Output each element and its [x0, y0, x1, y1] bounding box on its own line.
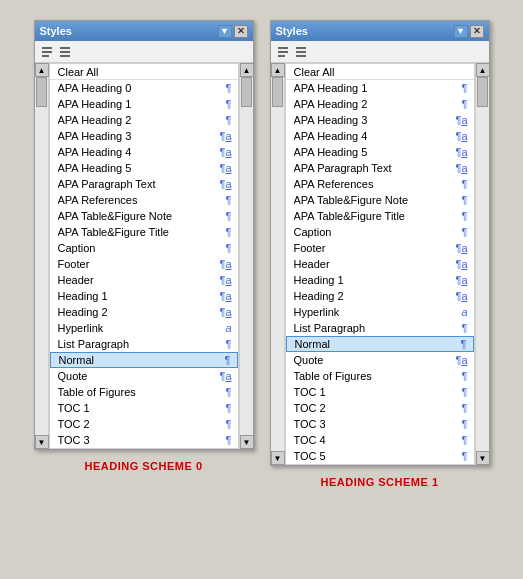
style-type-icon: ¶ [455, 338, 467, 350]
list-item[interactable]: Heading 1¶a [50, 288, 238, 304]
list-item[interactable]: Table of Figures¶ [286, 368, 474, 384]
list-item[interactable]: Heading 2¶a [286, 288, 474, 304]
list-item[interactable]: Clear All [286, 64, 474, 80]
list-item[interactable]: TOC 5¶ [286, 448, 474, 464]
list-item[interactable]: APA Heading 1¶ [286, 80, 474, 96]
scroll-up-left-1[interactable]: ▲ [271, 63, 285, 77]
list-item[interactable]: Footer¶a [286, 240, 474, 256]
list-item[interactable]: TOC 3¶ [286, 416, 474, 432]
dropdown-button-1[interactable]: ▼ [454, 25, 468, 38]
scroll-thumb-0 [241, 77, 252, 107]
style-type-icon: ¶a [455, 162, 467, 174]
style-type-icon: ¶ [456, 210, 468, 222]
list-item[interactable]: APA Table&Figure Title¶ [286, 208, 474, 224]
list-item[interactable]: TOC 4¶ [286, 432, 474, 448]
scroll-down-1[interactable]: ▼ [476, 451, 490, 465]
list-item[interactable]: Header¶a [50, 272, 238, 288]
list-item[interactable]: TOC 3¶ [50, 432, 238, 448]
list-item[interactable]: APA References¶ [286, 176, 474, 192]
style-name-label: TOC 1 [294, 386, 452, 398]
style-type-icon: ¶a [219, 306, 231, 318]
scroll-up-0[interactable]: ▲ [240, 63, 254, 77]
list-item[interactable]: APA Heading 4¶a [286, 128, 474, 144]
list-item[interactable]: APA Heading 3¶a [50, 128, 238, 144]
style-type-icon: ¶ [220, 194, 232, 206]
list-item[interactable]: APA Heading 2¶ [50, 112, 238, 128]
scroll-down-left-0[interactable]: ▼ [35, 435, 49, 449]
panel-1-content: Clear AllAPA Heading 1¶APA Heading 2¶APA… [285, 63, 475, 465]
svg-rect-5 [60, 55, 70, 57]
dropdown-button-0[interactable]: ▼ [218, 25, 232, 38]
list-item[interactable]: APA Paragraph Text¶a [286, 160, 474, 176]
style-type-icon: ¶ [456, 194, 468, 206]
style-name-label: Clear All [294, 66, 468, 78]
svg-rect-0 [42, 47, 52, 49]
style-name-label: TOC 4 [294, 434, 452, 446]
list-item[interactable]: Normal¶ [286, 336, 474, 352]
toolbar-icon-0a[interactable] [39, 44, 55, 60]
style-name-label: Hyperlink [294, 306, 452, 318]
list-item[interactable]: Caption¶ [50, 240, 238, 256]
style-name-label: Normal [59, 354, 215, 366]
list-item[interactable]: Footer¶a [50, 256, 238, 272]
style-name-label: APA Heading 2 [294, 98, 452, 110]
style-type-icon: a [220, 322, 232, 334]
scroll-down-left-1[interactable]: ▼ [271, 451, 285, 465]
list-item[interactable]: Heading 2¶a [50, 304, 238, 320]
list-item[interactable]: List Paragraph¶ [50, 336, 238, 352]
scroll-up-left-0[interactable]: ▲ [35, 63, 49, 77]
svg-rect-10 [296, 51, 306, 53]
list-item[interactable]: Hyperlinka [50, 320, 238, 336]
close-button-0[interactable]: ✕ [234, 25, 248, 38]
list-item[interactable]: APA Table&Figure Note¶ [50, 208, 238, 224]
list-item[interactable]: Header¶a [286, 256, 474, 272]
list-item[interactable]: Clear All [50, 64, 238, 80]
style-type-icon: ¶a [219, 258, 231, 270]
style-name-label: TOC 2 [58, 418, 216, 430]
style-type-icon: ¶ [456, 418, 468, 430]
list-item[interactable]: List Paragraph¶ [286, 320, 474, 336]
panel-0-title: Styles [40, 25, 72, 37]
scroll-track-1 [476, 77, 489, 451]
list-item[interactable]: APA Heading 1¶ [50, 96, 238, 112]
style-type-icon: a [456, 306, 468, 318]
list-item[interactable]: TOC 1¶ [50, 400, 238, 416]
styles-list-1-container: Clear AllAPA Heading 1¶APA Heading 2¶APA… [285, 63, 475, 465]
style-type-icon: ¶ [220, 226, 232, 238]
list-item[interactable]: APA Heading 4¶a [50, 144, 238, 160]
list-item[interactable]: Quote¶a [286, 352, 474, 368]
panel-0-body: ▲ ▼ Clear AllAPA Heading 0¶APA Heading 1… [35, 63, 253, 449]
close-button-1[interactable]: ✕ [470, 25, 484, 38]
list-item[interactable]: APA Heading 5¶a [50, 160, 238, 176]
toolbar-icon-1a[interactable] [275, 44, 291, 60]
style-type-icon: ¶ [220, 402, 232, 414]
list-item[interactable]: Caption¶ [286, 224, 474, 240]
style-name-label: APA Table&Figure Title [58, 226, 216, 238]
style-type-icon: ¶ [220, 338, 232, 350]
style-name-label: APA Heading 3 [294, 114, 452, 126]
list-item[interactable]: Hyperlinka [286, 304, 474, 320]
list-item[interactable]: APA Table&Figure Note¶ [286, 192, 474, 208]
svg-rect-11 [296, 55, 306, 57]
list-item[interactable]: Normal¶ [50, 352, 238, 368]
list-item[interactable]: APA References¶ [50, 192, 238, 208]
list-item[interactable]: APA Heading 3¶a [286, 112, 474, 128]
style-type-icon: ¶ [456, 82, 468, 94]
panel-1-title: Styles [276, 25, 308, 37]
toolbar-icon-1b[interactable] [293, 44, 309, 60]
toolbar-icon-0b[interactable] [57, 44, 73, 60]
list-item[interactable]: APA Heading 2¶ [286, 96, 474, 112]
list-item[interactable]: APA Heading 0¶ [50, 80, 238, 96]
list-item[interactable]: TOC 2¶ [286, 400, 474, 416]
list-item[interactable]: APA Paragraph Text¶a [50, 176, 238, 192]
titlebar-1-buttons: ▼ ✕ [454, 25, 484, 38]
scroll-down-0[interactable]: ▼ [240, 435, 254, 449]
list-item[interactable]: APA Table&Figure Title¶ [50, 224, 238, 240]
list-item[interactable]: Table of Figures¶ [50, 384, 238, 400]
scroll-up-1[interactable]: ▲ [476, 63, 490, 77]
list-item[interactable]: APA Heading 5¶a [286, 144, 474, 160]
list-item[interactable]: Quote¶a [50, 368, 238, 384]
list-item[interactable]: Heading 1¶a [286, 272, 474, 288]
list-item[interactable]: TOC 1¶ [286, 384, 474, 400]
list-item[interactable]: TOC 2¶ [50, 416, 238, 432]
